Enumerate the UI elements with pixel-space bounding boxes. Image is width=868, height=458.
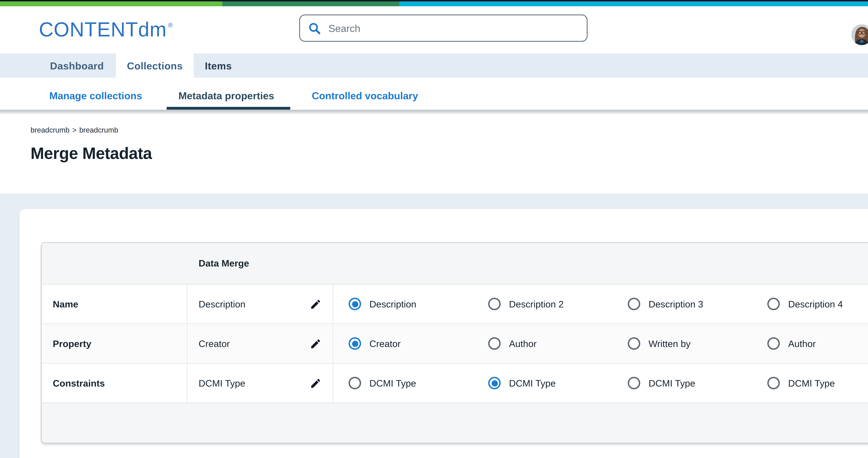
pencil-icon — [310, 377, 321, 389]
pencil-icon — [310, 298, 321, 310]
radio-unselected-icon — [488, 337, 501, 350]
table-row-property: Property Creator Creator — [42, 323, 868, 363]
breadcrumb: breadcrumb>breadcrumb — [31, 126, 118, 134]
radio-label: Creator — [369, 338, 401, 349]
table-header-row: Data Merge — [42, 243, 868, 285]
user-avatar — [851, 24, 868, 45]
pencil-icon — [310, 337, 321, 350]
radio-unselected-icon — [767, 298, 780, 310]
row-value-cell: Creator — [187, 324, 333, 363]
page-title: Merge Metadata — [31, 144, 152, 163]
radio-label: Description — [369, 299, 416, 309]
radio-option[interactable]: Author — [767, 337, 868, 350]
tab-dashboard[interactable]: Dashboard — [50, 60, 104, 71]
radio-option[interactable]: DCMI Type — [349, 377, 488, 389]
row-value: Description — [198, 299, 245, 309]
radio-label: Description 4 — [788, 299, 843, 309]
content-card: Data Merge Name Description Description — [20, 209, 868, 458]
tab-collections-active: Collections — [116, 54, 194, 78]
radio-unselected-icon — [628, 377, 640, 389]
radio-option[interactable]: Description 2 — [488, 298, 628, 310]
radio-label: Written by — [649, 338, 690, 349]
stripe-cyan-segment — [399, 1, 868, 6]
radio-unselected-icon — [628, 298, 640, 310]
row-options: DCMI Type DCMI Type DCMI Type DCMI Type — [333, 364, 868, 402]
radio-unselected-icon — [628, 337, 640, 350]
row-value: DCMI Type — [198, 378, 245, 388]
breadcrumb-link-2[interactable]: breadcrumb — [79, 126, 118, 134]
table-footer-row — [42, 402, 868, 443]
radio-selected-icon — [488, 377, 501, 389]
radio-unselected-icon — [767, 337, 780, 350]
radio-option[interactable]: DCMI Type — [767, 377, 868, 389]
subtab-manage-collections[interactable]: Manage collections — [49, 78, 142, 110]
radio-option[interactable]: Description 4 — [767, 298, 868, 310]
user-menu[interactable]: Mark Herman — [851, 23, 868, 46]
table-row-constraints: Constraints DCMI Type DCMI Type — [42, 363, 868, 402]
subtab-metadata-properties[interactable]: Metadata properties — [179, 78, 274, 110]
row-value: Creator — [198, 338, 230, 349]
radio-option[interactable]: DCMI Type — [488, 377, 628, 389]
edit-constraints-button[interactable] — [308, 376, 323, 390]
contentdm-logo[interactable]: CONTENTdm® — [39, 19, 173, 41]
edit-name-button[interactable] — [308, 297, 323, 311]
search-input[interactable] — [327, 22, 579, 34]
brand-color-stripe — [0, 1, 868, 6]
radio-label: Description 2 — [509, 299, 564, 309]
radio-unselected-icon — [349, 377, 361, 389]
radio-option[interactable]: DCMI Type — [628, 377, 767, 389]
merge-metadata-table: Data Merge Name Description Description — [41, 242, 868, 444]
row-options: Creator Author Written by Author — [333, 324, 868, 363]
row-options: Description Description 2 Description 3 … — [333, 285, 868, 323]
tab-collections[interactable]: Collections — [127, 60, 183, 71]
stripe-dark-green-segment — [222, 1, 399, 6]
radio-unselected-icon — [767, 377, 780, 389]
radio-label: Author — [509, 338, 536, 349]
page-title-section: breadcrumb>breadcrumb Merge Metadata Mer… — [0, 110, 868, 194]
stripe-green-segment — [0, 1, 222, 6]
radio-label: Author — [788, 338, 816, 349]
row-label: Constraints — [42, 364, 187, 402]
primary-tab-bar: Dashboard Collections Items — [0, 54, 868, 78]
row-value-cell: DCMI Type — [187, 364, 333, 402]
tab-items[interactable]: Items — [205, 60, 232, 71]
tabbar-right-segment: Items — [194, 54, 868, 78]
radio-option[interactable]: Description — [349, 298, 488, 310]
radio-label: DCMI Type — [369, 378, 416, 388]
contentdm-admin-page: CONTENTdm® — [0, 0, 868, 458]
radio-label: DCMI Type — [509, 378, 556, 388]
row-label: Name — [42, 285, 187, 323]
radio-label: Description 3 — [649, 299, 703, 309]
radio-selected-icon — [349, 298, 361, 310]
tabbar-left-segment: Dashboard — [0, 54, 116, 78]
radio-option[interactable]: Description 3 — [628, 298, 767, 310]
radio-label: DCMI Type — [649, 378, 695, 388]
subtab-controlled-vocabulary[interactable]: Controlled vocabulary — [312, 78, 418, 110]
breadcrumb-link-1[interactable]: breadcrumb — [31, 126, 69, 134]
row-label: Property — [42, 324, 187, 363]
active-subtab-underline — [167, 107, 290, 110]
secondary-tab-bar: Manage collections Metadata properties C… — [0, 78, 868, 110]
column-header-data-merge: Data Merge — [198, 258, 249, 268]
window-top-edge — [0, 0, 868, 1]
search-icon — [308, 22, 321, 34]
radio-option[interactable]: Creator — [349, 337, 488, 350]
logo-text: CONTENTdm — [39, 19, 167, 41]
radio-option[interactable]: Written by — [628, 337, 767, 350]
row-value-cell: Description — [187, 285, 333, 323]
registered-trademark: ® — [168, 22, 173, 29]
search-box[interactable] — [299, 14, 587, 42]
breadcrumb-separator: > — [72, 126, 76, 134]
table-row-name: Name Description Description — [42, 285, 868, 323]
radio-unselected-icon — [488, 298, 501, 310]
app-header: CONTENTdm® — [0, 6, 868, 54]
edit-property-button[interactable] — [308, 336, 323, 351]
radio-label: DCMI Type — [788, 378, 835, 388]
radio-option[interactable]: Author — [488, 337, 628, 350]
radio-selected-icon — [349, 337, 361, 350]
